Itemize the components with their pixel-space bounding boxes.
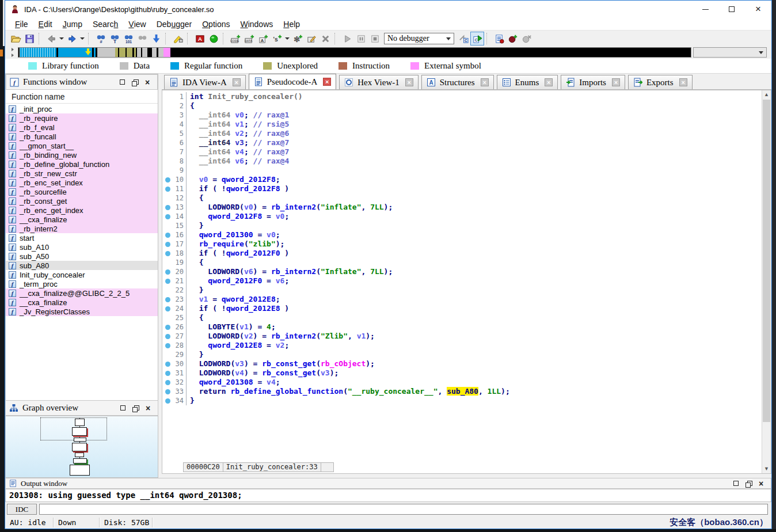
tab-hex-view-1[interactable]: Hex View-1×	[339, 75, 419, 89]
code-line[interactable]: 31 LODWORD(v4) = rb_const_get(v3);	[162, 368, 510, 378]
functions-column-header[interactable]: Function name	[6, 90, 158, 104]
menu-search[interactable]: Search	[88, 18, 123, 30]
save-icon[interactable]	[22, 32, 36, 45]
function-row-rb-define-global-function[interactable]: f_rb_define_global_function	[6, 159, 158, 169]
code-line[interactable]: 32 qword_201308 = v4;	[162, 378, 510, 387]
functions-close-icon[interactable]: ×	[141, 77, 154, 88]
function-row-rb-sourcefile[interactable]: f_rb_sourcefile	[6, 187, 158, 196]
search-values-icon[interactable]: 101	[121, 32, 135, 45]
menu-file[interactable]: File	[10, 18, 33, 30]
code-line[interactable]: 6 __int64 v3; // rax@7	[162, 138, 510, 147]
make-data-icon[interactable]: DATA	[242, 32, 256, 45]
code-line[interactable]: 22 }	[162, 286, 510, 295]
scroll-down-icon[interactable]: ▼	[763, 466, 770, 472]
jump-address-icon[interactable]	[149, 32, 163, 45]
debugger-selector[interactable]: No debugger	[384, 33, 454, 44]
code-line[interactable]: 2{	[162, 101, 510, 111]
code-line[interactable]: 16 qword_201300 = v0;	[162, 230, 510, 240]
graph-overview-titlebar[interactable]: Graph overview ×	[5, 400, 158, 416]
code-line[interactable]: 24 if ( !qword_2012E8 )	[162, 304, 510, 313]
code-line[interactable]: 9	[162, 166, 510, 175]
graph-maximize-icon[interactable]	[116, 403, 129, 413]
minimize-button[interactable]	[692, 1, 718, 18]
forward-history-caret-icon[interactable]	[80, 37, 85, 40]
delete-breakpoint-icon[interactable]	[520, 32, 534, 45]
function-row-sub-a10[interactable]: fsub_A10	[6, 242, 158, 252]
code-line[interactable]: 3 __int64 v0; // rax@1	[162, 111, 510, 120]
band-scroll-arrows-icon[interactable]	[12, 48, 16, 57]
code-line[interactable]: 17 rb_require("zlib");	[162, 240, 510, 249]
menu-edit[interactable]: Edit	[33, 18, 58, 30]
output-window-titlebar[interactable]: Output window ×	[5, 478, 771, 489]
functions-float-icon[interactable]	[128, 77, 141, 88]
code-line[interactable]: 30 LODWORD(v3) = rb_const_get(rb_cObject…	[162, 359, 510, 368]
search-again-icon[interactable]	[135, 32, 149, 45]
function-row-cxa-finalize[interactable]: f__cxa_finalize	[6, 298, 158, 307]
tab-close-icon[interactable]: ×	[679, 78, 687, 86]
make-name-icon[interactable]: A	[256, 32, 270, 45]
stop-process-icon[interactable]	[368, 32, 382, 45]
tab-exports[interactable]: Exports×	[628, 75, 693, 89]
function-row-init-ruby-concealer[interactable]: fInit_ruby_concealer	[6, 270, 158, 279]
tab-close-icon[interactable]: ×	[323, 78, 331, 86]
function-row-cxa-finalize-glibc-2-2-5[interactable]: f__cxa_finalize@@GLIBC_2_2_5	[6, 288, 158, 298]
code-line[interactable]: 10 v0 = qword_2012F8;	[162, 175, 510, 184]
output-close-icon[interactable]: ×	[755, 478, 767, 489]
function-row-rb-f-eval[interactable]: f_rb_f_eval	[6, 123, 158, 132]
function-row-sub-a50[interactable]: fsub_A50	[6, 252, 158, 261]
tab-enums[interactable]: Enums×	[497, 75, 558, 89]
back-history-caret-icon[interactable]	[59, 37, 64, 40]
function-row-rb-intern2[interactable]: f_rb_intern2	[6, 224, 158, 233]
menu-jump[interactable]: Jump	[58, 18, 88, 30]
code-line[interactable]: 34}	[162, 396, 510, 405]
tab-close-icon[interactable]: ×	[481, 78, 489, 86]
idc-command-input[interactable]	[39, 504, 768, 515]
code-line[interactable]: 33 return rb_define_global_function("__r…	[162, 387, 510, 396]
function-row-cxa-finalize[interactable]: f__cxa_finalize	[6, 215, 158, 224]
attach-process-icon[interactable]: C	[457, 32, 470, 45]
make-string-caret-icon[interactable]	[285, 37, 290, 40]
code-line[interactable]: 20 LODWORD(v6) = rb_intern2("Inflate", 7…	[162, 267, 510, 276]
function-row-rb-str-new-cstr[interactable]: f_rb_str_new_cstr	[6, 169, 158, 178]
tab-close-icon[interactable]: ×	[545, 78, 553, 86]
undefine-icon[interactable]	[318, 32, 332, 45]
set-colors-icon[interactable]: A	[193, 32, 207, 45]
menu-help[interactable]: Help	[278, 18, 305, 30]
function-row-term-proc[interactable]: f_term_proc	[6, 279, 158, 288]
continue-process-icon[interactable]: C	[470, 32, 484, 45]
navigate-back-icon[interactable]	[44, 32, 58, 45]
graph-close-icon[interactable]: ×	[142, 403, 154, 413]
tab-ida-view-a[interactable]: IDA View-A×	[164, 75, 246, 89]
code-line[interactable]: 5 __int64 v2; // rax@6	[162, 129, 510, 138]
tab-imports[interactable]: Imports×	[561, 75, 625, 89]
maximize-button[interactable]	[718, 1, 745, 18]
graph-overview-canvas[interactable]	[5, 416, 158, 478]
code-line[interactable]: 26 LOBYTE(v1) = 4;	[162, 322, 510, 332]
menu-debugger[interactable]: Debugger	[151, 18, 197, 30]
function-row-rb-binding-new[interactable]: f_rb_binding_new	[6, 150, 158, 159]
edit-function-icon[interactable]	[305, 32, 318, 45]
function-row-rb-require[interactable]: f_rb_require	[6, 113, 158, 123]
menu-options[interactable]: Options	[197, 18, 235, 30]
code-line[interactable]: 7 __int64 v4; // rax@7	[162, 147, 510, 157]
function-row-sub-a80[interactable]: fsub_A80	[6, 261, 158, 270]
functions-window-titlebar[interactable]: f Functions window ×	[6, 74, 158, 90]
tab-structures[interactable]: AStructures×	[421, 75, 494, 89]
code-line[interactable]: 25 {	[162, 313, 510, 322]
menu-view[interactable]: View	[123, 18, 151, 30]
tab-pseudocode-a[interactable]: Pseudocode-A×	[249, 74, 336, 89]
navigation-band[interactable]	[18, 47, 691, 58]
pseudocode-vertical-scrollbar[interactable]: ▲ ▼	[762, 90, 771, 473]
code-line[interactable]: 14 qword_2012F8 = v0;	[162, 212, 510, 221]
close-button[interactable]: ×	[745, 1, 771, 18]
function-row-rb-funcall[interactable]: f_rb_funcall	[6, 132, 158, 141]
band-zoom-combo[interactable]	[693, 47, 767, 58]
scroll-up-icon[interactable]: ▲	[763, 92, 770, 98]
make-string-icon[interactable]: 's	[270, 32, 284, 45]
navigate-forward-icon[interactable]	[65, 32, 79, 45]
code-line[interactable]: 15 }	[162, 221, 510, 230]
code-line[interactable]: 12 {	[162, 193, 510, 203]
analysis-indicator-icon[interactable]	[207, 32, 220, 45]
code-line[interactable]: 27 LODWORD(v2) = rb_intern2("Zlib", v1);	[162, 332, 510, 341]
code-line[interactable]: 18 if ( !qword_2012F0 )	[162, 249, 510, 258]
